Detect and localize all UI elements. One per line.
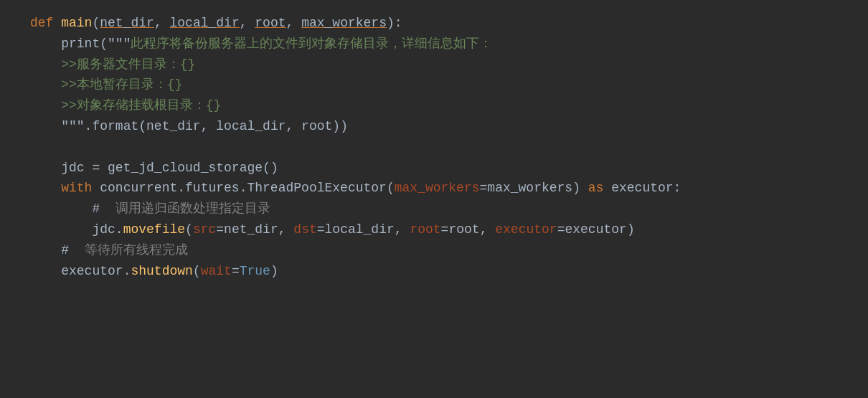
code-token: [30, 264, 61, 278]
code-token: ,: [286, 16, 302, 30]
code-token: def: [30, 16, 61, 30]
code-token: [30, 181, 61, 195]
code-line: """.format(net_dir, local_dir, root)): [0, 116, 868, 137]
code-token: [30, 98, 61, 113]
code-line: print("""此程序将备份服务器上的文件到对象存储目录，详细信息如下：: [0, 34, 868, 55]
code-token: executor:: [611, 181, 681, 195]
line-content: jdc.movefile(src=net_dir, dst=local_dir,…: [20, 219, 868, 240]
code-token: (: [185, 222, 193, 237]
line-content: [20, 137, 868, 158]
code-line: # 调用递归函数处理指定目录: [0, 199, 868, 219]
code-token: net_dir: [100, 16, 154, 30]
code-token: >>服务器文件目录：{}: [61, 57, 195, 72]
code-token: =: [85, 161, 108, 175]
code-token: ): [627, 222, 635, 237]
code-token: root: [255, 16, 286, 30]
code-token: executor: [495, 222, 557, 237]
code-token: wait: [201, 264, 232, 278]
code-token: ): [572, 181, 588, 195]
code-line: >>服务器文件目录：{}: [0, 55, 868, 75]
line-content: >>本地暂存目录：{}: [20, 75, 868, 95]
line-content: """.format(net_dir, local_dir, root)): [20, 116, 868, 137]
code-token: dst: [293, 222, 316, 237]
code-token: #: [30, 202, 108, 216]
code-token: [30, 161, 61, 175]
code-token: ,: [286, 119, 302, 133]
code-token: ,: [154, 16, 170, 30]
code-token: ,: [240, 16, 255, 30]
line-content: # 调用递归函数处理指定目录: [20, 199, 868, 219]
code-token: net_dir: [146, 119, 201, 133]
code-token: net_dir: [224, 222, 278, 237]
code-token: ):: [387, 16, 402, 30]
line-content: # 等待所有线程完成: [20, 240, 868, 261]
code-token: movefile: [123, 222, 185, 237]
code-token: executor.: [61, 264, 131, 278]
code-line: [0, 137, 868, 158]
code-token: #: [61, 243, 77, 257]
line-content: def main(net_dir, local_dir, root, max_w…: [20, 13, 868, 34]
code-token: local_dir: [325, 222, 395, 237]
code-token: root: [301, 119, 332, 133]
code-token: """.format(: [61, 119, 146, 133]
code-editor: def main(net_dir, local_dir, root, max_w…: [0, 0, 868, 398]
code-token: [30, 37, 61, 51]
code-token: ): [270, 264, 278, 278]
code-token: src: [193, 222, 216, 237]
code-token: executor: [565, 222, 626, 237]
code-token: [30, 77, 61, 92]
code-token: root: [410, 222, 440, 237]
code-token: shutdown: [131, 264, 192, 278]
code-token: local_dir: [169, 16, 239, 30]
code-line: def main(net_dir, local_dir, root, max_w…: [0, 13, 868, 34]
code-token: >>本地暂存目录：{}: [61, 77, 182, 92]
code-token: [30, 243, 61, 257]
code-line: >>对象存储挂载根目录：{}: [0, 95, 868, 116]
code-token: ,: [201, 119, 217, 133]
code-token: get_jd_cloud_storage: [108, 161, 263, 175]
code-token: as: [588, 181, 611, 195]
code-token: =: [232, 264, 240, 278]
code-token: >>对象存储挂载根目录：{}: [61, 98, 221, 113]
code-token: concurrent.futures.ThreadPoolExecutor(: [100, 181, 394, 195]
code-token: =: [480, 181, 488, 195]
code-token: [30, 222, 92, 237]
code-token: =: [317, 222, 325, 237]
code-token: =: [557, 222, 565, 237]
code-token: jdc: [61, 161, 84, 175]
code-line: # 等待所有线程完成: [0, 240, 868, 261]
code-token: print: [61, 37, 100, 51]
code-token: (): [263, 161, 278, 175]
code-token: max_workers: [395, 181, 480, 195]
code-line: executor.shutdown(wait=True): [0, 261, 868, 282]
code-token: max_workers: [301, 16, 387, 30]
code-token: ,: [395, 222, 410, 237]
code-token: 等待所有线程完成: [77, 243, 188, 257]
code-token: ,: [480, 222, 496, 237]
code-token: (: [92, 16, 100, 30]
code-token: [30, 57, 61, 72]
code-token: main: [61, 16, 92, 30]
code-token: (""": [100, 37, 131, 51]
code-line: jdc = get_jd_cloud_storage(): [0, 158, 868, 179]
code-line: with concurrent.futures.ThreadPoolExecut…: [0, 178, 868, 199]
code-token: max_workers: [487, 181, 572, 195]
code-line: >>本地暂存目录：{}: [0, 75, 868, 95]
code-token: ,: [278, 222, 294, 237]
line-content: print("""此程序将备份服务器上的文件到对象存储目录，详细信息如下：: [20, 34, 868, 55]
code-token: (: [193, 264, 201, 278]
code-token: root: [448, 222, 479, 237]
code-token: )): [332, 119, 348, 133]
code-token: local_dir: [216, 119, 286, 133]
line-content: >>服务器文件目录：{}: [20, 55, 868, 75]
line-content: >>对象存储挂载根目录：{}: [20, 95, 868, 116]
code-token: =: [216, 222, 224, 237]
line-content: executor.shutdown(wait=True): [20, 261, 868, 282]
code-token: [30, 119, 61, 133]
code-token: True: [240, 264, 270, 278]
code-token: with: [61, 181, 100, 195]
line-content: with concurrent.futures.ThreadPoolExecut…: [20, 178, 868, 199]
code-token: jdc.: [92, 222, 123, 237]
code-token: 此程序将备份服务器上的文件到对象存储目录，详细信息如下：: [131, 37, 492, 51]
code-token: 调用递归函数处理指定目录: [108, 202, 270, 216]
